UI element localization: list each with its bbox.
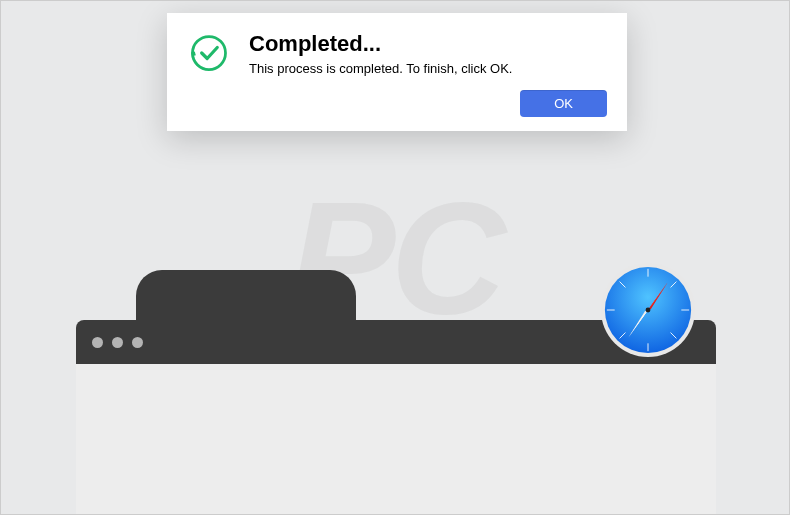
dialog-message: This process is completed. To finish, cl… xyxy=(249,61,607,76)
traffic-light-minimize-icon[interactable] xyxy=(112,337,123,348)
traffic-light-zoom-icon[interactable] xyxy=(132,337,143,348)
browser-tab[interactable] xyxy=(136,270,356,320)
completed-dialog: Completed... This process is completed. … xyxy=(167,13,627,131)
completed-check-icon xyxy=(187,31,231,75)
browser-content-area xyxy=(76,364,716,514)
traffic-light-close-icon[interactable] xyxy=(92,337,103,348)
dialog-title: Completed... xyxy=(249,31,607,57)
svg-point-18 xyxy=(646,308,651,313)
safari-icon[interactable] xyxy=(599,261,697,359)
ok-button[interactable]: OK xyxy=(520,90,607,117)
